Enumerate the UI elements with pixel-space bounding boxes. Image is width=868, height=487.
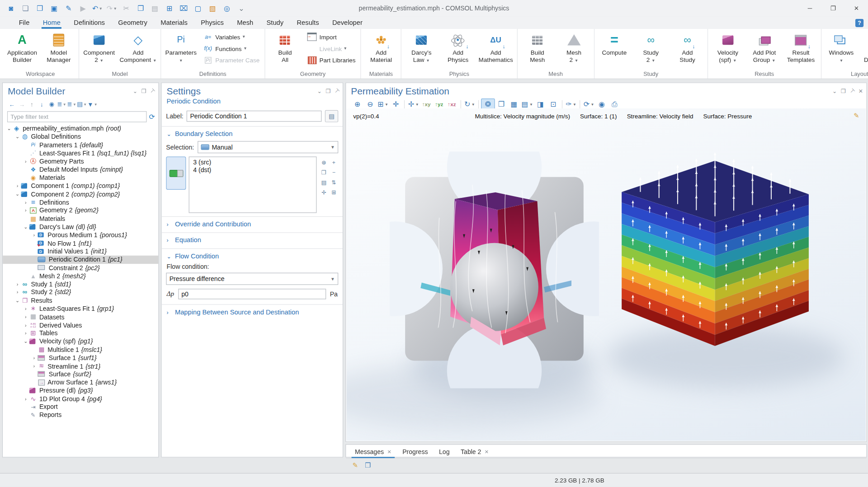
collapse-all-button[interactable]: ≣▼ xyxy=(67,99,76,109)
copy-log-button[interactable]: ❐ xyxy=(363,460,373,470)
expander-icon[interactable]: › xyxy=(14,290,20,295)
expander-icon[interactable]: › xyxy=(23,322,28,328)
tree-node-derived-values[interactable]: ›Derived Values xyxy=(3,321,158,329)
find-button[interactable]: ◎ xyxy=(220,2,233,14)
expander-icon[interactable]: › xyxy=(14,281,20,287)
tree-node-velocity-spf-[interactable]: ⌄Velocity (spf){pg1} xyxy=(3,337,158,346)
pin-panel-icon[interactable]: ⊤ xyxy=(333,87,341,95)
expander-icon[interactable]: › xyxy=(23,200,28,205)
create-selection-button[interactable]: ⊕ xyxy=(320,158,329,167)
boundary-list-item[interactable]: 3 (src) xyxy=(189,158,316,166)
tree-node-initial-values-1[interactable]: Initial Values 1{init1} xyxy=(3,247,158,255)
ribbon-button-component-2[interactable]: Component2 ▼ xyxy=(81,30,118,70)
tree-node-periodic-condition-1[interactable]: Periodic Condition 1{pc1} xyxy=(3,255,158,263)
ribbon-tab-physics[interactable]: Physics xyxy=(194,18,231,28)
ribbon-tab-geometry[interactable]: Geometry xyxy=(112,18,154,28)
tree-node-materials[interactable]: Materials xyxy=(3,215,158,223)
paste-button[interactable]: ▤ xyxy=(148,2,161,14)
expander-icon[interactable]: › xyxy=(31,232,37,238)
expander-icon[interactable]: › xyxy=(23,396,28,401)
ribbon-button-part-libraries[interactable]: Part Libraries xyxy=(304,54,358,66)
tree-node-darcy-s-law[interactable]: ⌄Darcy's Law(dl) {dl} xyxy=(3,223,158,231)
panel-menu-icon[interactable]: ⌄ xyxy=(317,88,322,94)
graphics-scene[interactable]: vp(2)=0.4 Multislice: Velocity magnitude… xyxy=(347,108,866,441)
ribbon-button-mesh-2[interactable]: Mesh2 ▼ xyxy=(556,30,592,70)
tree-node-definitions[interactable]: ›Definitions xyxy=(3,198,158,206)
ribbon-button-import[interactable]: Import xyxy=(304,31,358,43)
minimize-button[interactable]: ─ xyxy=(798,0,821,17)
help-button[interactable]: ? xyxy=(855,19,863,27)
expander-icon[interactable]: › xyxy=(23,314,28,319)
tree-node-tables[interactable]: ›Tables xyxy=(3,329,158,337)
view-yz-button[interactable]: ↑yz xyxy=(433,99,445,109)
zoom-to-selection-button[interactable]: ⊞ xyxy=(330,187,339,197)
expander-icon[interactable]: › xyxy=(31,355,37,361)
ribbon-button-parameters-[interactable]: PiParameters ▼ xyxy=(163,30,199,70)
ribbon-tab-materials[interactable]: Materials xyxy=(154,18,194,28)
view-xy-button[interactable]: ↑xy xyxy=(420,99,433,109)
print-button[interactable]: ⎙ xyxy=(608,99,621,109)
maximize-button[interactable]: ❐ xyxy=(821,0,844,17)
expander-icon[interactable]: › xyxy=(14,183,20,188)
boundary-selection-list[interactable]: 3 (src)4 (dst) xyxy=(189,157,317,213)
ribbon-button-add-component[interactable]: ◇AddComponent ▼ xyxy=(118,30,159,70)
add-to-selection-button[interactable]: + xyxy=(330,158,339,167)
color-picker-button[interactable]: ✑▼ xyxy=(565,99,578,109)
clear-log-button[interactable]: ✎ xyxy=(350,460,360,470)
tree-node-geometry-2[interactable]: ›Geometry 2{geom2} xyxy=(3,206,158,215)
ribbon-button-variables[interactable]: a=Variables▼ xyxy=(200,31,262,43)
move-selection-button[interactable]: ✢ xyxy=(320,187,329,197)
expander-icon[interactable]: ⌄ xyxy=(14,298,20,303)
float-panel-icon[interactable]: ❐ xyxy=(142,88,146,94)
tree-node-parameters-1[interactable]: Parameters 1{default} xyxy=(3,141,158,149)
zoom-extents-button[interactable]: ✛ xyxy=(389,99,402,109)
tab-table-2[interactable]: Table 2✕ xyxy=(455,447,494,458)
save-as-button[interactable]: ✎ xyxy=(62,2,75,14)
expander-icon[interactable]: › xyxy=(23,208,28,213)
ribbon-button-result-templates[interactable]: ↓ResultTemplates xyxy=(783,30,819,70)
ribbon-tab-home[interactable]: Home xyxy=(36,18,67,28)
tree-node-least-squares-fit-1[interactable]: Least-Squares Fit 1(lsq1_fun1) {lsq1} xyxy=(3,149,158,157)
filter-button[interactable]: ▼▼ xyxy=(87,99,97,109)
float-panel-icon[interactable]: ❐ xyxy=(326,88,330,94)
tree-node-results[interactable]: ⌄Results xyxy=(3,296,158,304)
expand-all-button[interactable]: ≣▼ xyxy=(57,99,66,109)
expander-icon[interactable]: › xyxy=(23,159,28,164)
ribbon-button-reset-desktop[interactable]: ResetDesktop ▼ xyxy=(859,30,868,70)
tree-node-no-flow-1[interactable]: No Flow 1{nf1} xyxy=(3,239,158,247)
panel-menu-icon[interactable]: ⌄ xyxy=(133,88,137,94)
ribbon-button-add-mathematics[interactable]: ΔU↓AddMathematics xyxy=(476,30,515,70)
tree-node-global-definitions[interactable]: ⌄Global Definitions xyxy=(3,133,158,141)
node-properties-button[interactable]: ▤ xyxy=(325,110,338,122)
boundary-selection-section[interactable]: ⌄ Boundary Selection xyxy=(162,126,343,140)
select-box-button[interactable]: ▢ xyxy=(192,2,205,14)
tree-node-streamline-1[interactable]: ›Streamline 1{str1} xyxy=(3,362,158,370)
tree-node-1d-plot-group-4[interactable]: ›1D Plot Group 4{pg4} xyxy=(3,394,158,403)
expander-icon[interactable]: ⌄ xyxy=(23,224,28,229)
toolbar-overflow-button[interactable]: ⌄ xyxy=(235,2,248,14)
ribbon-tab-developer[interactable]: Developer xyxy=(326,18,369,28)
ribbon-button-functions[interactable]: f(x)Functions▼ xyxy=(200,42,262,54)
pressure-difference-input[interactable] xyxy=(178,289,326,299)
ribbon-tab-definitions[interactable]: Definitions xyxy=(67,18,112,28)
move-up-button[interactable]: ↑ xyxy=(27,99,37,109)
ribbon-button-windows-[interactable]: Windows ▼ xyxy=(823,30,860,70)
close-tab-icon[interactable]: ✕ xyxy=(485,449,489,454)
expander-icon[interactable]: › xyxy=(23,330,28,336)
plot-type-button[interactable]: ▤▼ xyxy=(520,99,534,109)
expander-icon[interactable]: ⌄ xyxy=(23,339,28,344)
tree-node-arrow-surface-1[interactable]: Arrow Surface 1{arws1} xyxy=(3,378,158,386)
panel-menu-icon[interactable]: ⌄ xyxy=(832,88,837,94)
expander-icon[interactable]: ⌄ xyxy=(14,134,20,140)
ribbon-button-parameter-case[interactable]: PiParameter Case xyxy=(200,54,262,66)
tree-node-materials[interactable]: Materials xyxy=(3,173,158,182)
tree-node-mesh-2[interactable]: Mesh 2{mesh2} xyxy=(3,272,158,280)
rotate-button[interactable]: ↻▼ xyxy=(463,99,476,109)
lock-axes-button[interactable]: ⊡ xyxy=(547,99,560,109)
forward-button[interactable]: → xyxy=(17,99,27,109)
pin-panel-icon[interactable]: ⊤ xyxy=(848,87,856,95)
show-grid-button[interactable]: ▦ xyxy=(508,99,520,109)
flow-condition-dropdown[interactable]: Pressure difference ▼ xyxy=(166,273,338,285)
ribbon-tab-study[interactable]: Study xyxy=(260,18,290,28)
tree-node-reports[interactable]: Reports xyxy=(3,411,158,419)
